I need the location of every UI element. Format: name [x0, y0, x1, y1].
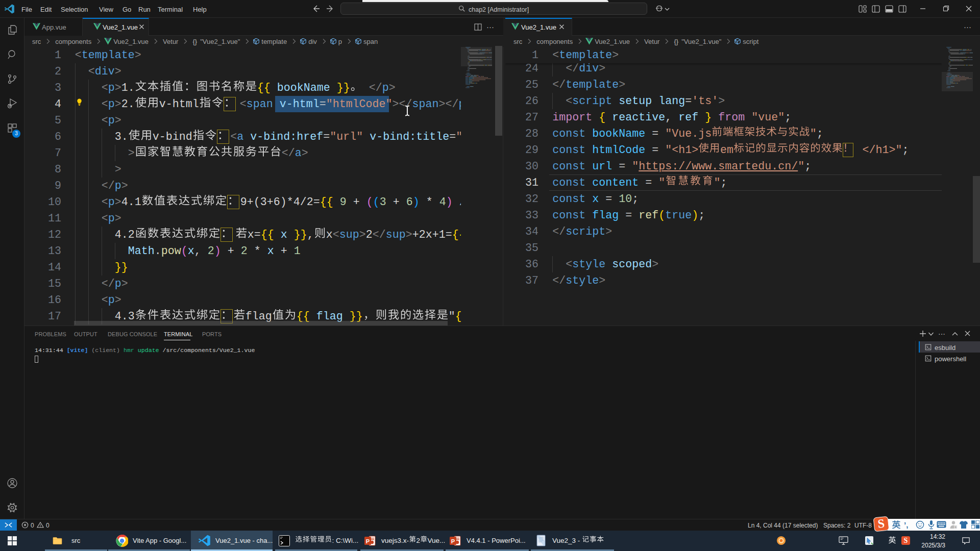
- svg-text:P: P: [451, 538, 455, 544]
- svg-text:1: 1: [955, 525, 957, 529]
- svg-text:P: P: [366, 538, 370, 544]
